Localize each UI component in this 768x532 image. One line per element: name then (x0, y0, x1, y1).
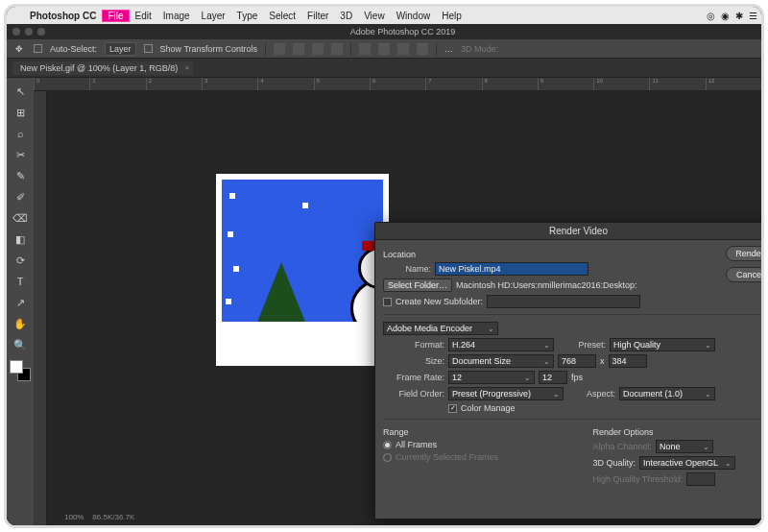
menu-window[interactable]: Window (391, 11, 437, 21)
more-icon[interactable]: … (444, 44, 453, 54)
colormanage-checkbox[interactable] (448, 404, 457, 413)
horizontal-ruler: 0123456789101112 (34, 78, 761, 91)
gradient-tool[interactable]: ◧ (10, 230, 31, 249)
align-icon[interactable] (274, 43, 285, 55)
menu-filter[interactable]: Filter (301, 11, 334, 21)
fps-unit: fps (571, 373, 583, 382)
autoselect-label: Auto-Select: (50, 44, 97, 54)
status-zoom: 100% (64, 513, 84, 521)
colormanage-label: Color Manage (461, 403, 516, 413)
render-button[interactable]: Render (726, 246, 761, 261)
tab-label: New Piskel.gif @ 100% (Layer 1, RGB/8) (20, 63, 178, 73)
mac-menu-bar: Photoshop CC File Edit Image Layer Type … (7, 7, 761, 24)
quality3d-select[interactable]: Interactive OpenGL (639, 456, 735, 470)
menu-image[interactable]: Image (157, 11, 196, 21)
align-icon[interactable] (331, 43, 343, 55)
distribute-icon[interactable] (397, 43, 409, 55)
tray-icon[interactable]: ☰ (749, 11, 757, 21)
status-info: 86.5K/36.7K (92, 513, 134, 521)
transform-checkbox[interactable] (144, 44, 153, 53)
menu-select[interactable]: Select (263, 11, 301, 21)
path-tool[interactable]: ↗ (10, 293, 31, 312)
format-select[interactable]: H.264 (448, 338, 554, 351)
align-icon[interactable] (312, 43, 324, 55)
tool-panel: ↖ ⊞ ⌕ ✂ ✎ ✐ ⌫ ◧ ⟳ T ↗ ✋ 🔍 (7, 78, 34, 525)
location-header: Location (383, 250, 761, 259)
status-bar: 100% 86.5K/36.7K (64, 513, 134, 521)
menu-type[interactable]: Type (231, 11, 264, 21)
document-tab-bar: New Piskel.gif @ 100% (Layer 1, RGB/8) × (7, 59, 761, 78)
framerate-label: Frame Rate: (383, 373, 444, 382)
name-label: Name: (383, 264, 431, 274)
hand-tool[interactable]: ✋ (10, 314, 31, 333)
tray-icon[interactable]: ◎ (707, 11, 715, 21)
align-icon[interactable] (293, 43, 304, 55)
select-folder-button[interactable]: Select Folder… (383, 278, 452, 292)
eyedropper-tool[interactable]: ✎ (10, 166, 31, 185)
window-title: Adobe Photoshop CC 2019 (50, 27, 756, 36)
brush-tool[interactable]: ✐ (10, 187, 31, 206)
color-swatches[interactable] (10, 360, 31, 381)
fieldorder-label: Field Order: (383, 389, 444, 399)
close-icon[interactable] (12, 28, 20, 36)
preset-select[interactable]: High Quality (610, 338, 715, 351)
dialog-title: Render Video (375, 223, 761, 240)
tray-icon[interactable]: ✱ (735, 11, 743, 21)
preset-label: Preset: (558, 340, 606, 350)
height-input[interactable] (609, 354, 647, 368)
cancel-button[interactable]: Cancel (726, 267, 761, 282)
distribute-icon[interactable] (417, 43, 428, 55)
autoselect-checkbox[interactable] (34, 44, 42, 53)
menu-help[interactable]: Help (436, 11, 468, 21)
encoder-select[interactable]: Adobe Media Encoder (383, 322, 498, 335)
create-subfolder-checkbox[interactable] (383, 298, 392, 306)
menu-3d[interactable]: 3D (334, 11, 358, 21)
fieldorder-select[interactable]: Preset (Progressive) (448, 387, 564, 400)
width-input[interactable] (558, 354, 596, 368)
selected-frames-radio (383, 453, 392, 462)
pen-tool[interactable]: ⟳ (10, 251, 31, 270)
fg-color-swatch[interactable] (10, 360, 23, 374)
framerate-select[interactable]: 12 (448, 371, 535, 384)
hq-threshold-input (686, 472, 715, 486)
all-frames-label: All Frames (396, 440, 437, 449)
zoom-icon[interactable] (37, 28, 45, 36)
document-tab[interactable]: New Piskel.gif @ 100% (Layer 1, RGB/8) × (12, 61, 193, 75)
canvas[interactable] (216, 174, 389, 366)
fps-input[interactable] (539, 371, 567, 384)
marquee-tool[interactable]: ⊞ (10, 103, 31, 122)
lasso-tool[interactable]: ⌕ (10, 124, 31, 143)
zoom-tool[interactable]: 🔍 (10, 335, 31, 354)
move-tool[interactable]: ↖ (10, 82, 31, 101)
crop-tool[interactable]: ✂ (10, 145, 31, 164)
minimize-icon[interactable] (25, 28, 33, 36)
name-input[interactable] (435, 262, 588, 276)
size-select[interactable]: Document Size (448, 354, 554, 368)
subfolder-input (487, 295, 640, 308)
app-menu[interactable]: Photoshop CC (24, 11, 102, 21)
menu-edit[interactable]: Edit (130, 11, 157, 21)
text-tool[interactable]: T (10, 272, 31, 291)
aspect-label: Aspect: (567, 389, 615, 399)
eraser-tool[interactable]: ⌫ (10, 208, 31, 228)
format-label: Format: (383, 340, 444, 350)
menu-view[interactable]: View (358, 11, 391, 21)
create-subfolder-label: Create New Subfolder: (396, 297, 483, 306)
alpha-channel-select: None (656, 440, 713, 453)
distribute-icon[interactable] (359, 43, 371, 55)
quality3d-label: 3D Quality: (593, 458, 636, 468)
canvas-artwork (216, 174, 389, 366)
menu-file[interactable]: File (102, 10, 129, 22)
render-video-dialog: Render Video Render Cancel Location Name… (374, 222, 761, 520)
tab-close-icon[interactable]: × (185, 63, 190, 72)
move-tool-icon[interactable]: ✥ (12, 42, 26, 56)
render-options-header: Render Options (593, 427, 762, 437)
folder-path: Macintosh HD:Users:nmillerimac2016:Deskt… (456, 280, 637, 290)
distribute-icon[interactable] (378, 43, 390, 55)
all-frames-radio[interactable] (383, 441, 392, 449)
autoselect-target-select[interactable]: Layer (105, 42, 136, 56)
menu-layer[interactable]: Layer (196, 11, 231, 21)
aspect-select[interactable]: Document (1.0) (619, 387, 715, 400)
tray-icon[interactable]: ◉ (721, 11, 730, 21)
hq-threshold-label: High Quality Threshold: (593, 474, 684, 484)
